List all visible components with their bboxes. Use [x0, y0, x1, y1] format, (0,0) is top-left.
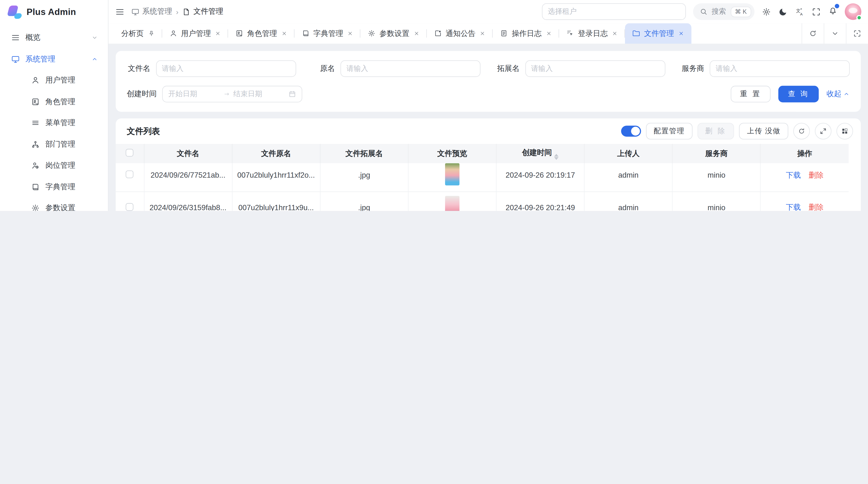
- breadcrumb-item[interactable]: 文件管理: [182, 7, 223, 17]
- preview-thumbnail[interactable]: [445, 196, 460, 211]
- tab-menu-icon[interactable]: [824, 23, 846, 44]
- extension-cell: .jpg: [320, 163, 408, 191]
- row-checkbox[interactable]: [126, 171, 133, 179]
- sidebar-item-概览[interactable]: 概览: [5, 28, 102, 48]
- sidebar-item-字典管理[interactable]: 字典管理: [5, 177, 102, 197]
- tab-label: 字典管理: [313, 28, 343, 38]
- date-range-input[interactable]: 开始日期 结束日期: [162, 86, 302, 102]
- notice-icon: [434, 29, 442, 37]
- content-fullscreen-icon[interactable]: [846, 23, 868, 44]
- dark-mode-icon[interactable]: [778, 7, 788, 17]
- delete-link[interactable]: 删除: [809, 202, 824, 211]
- delete-link[interactable]: 删除: [809, 170, 824, 180]
- toolbar-button-上传没做[interactable]: 上传 没做: [739, 123, 788, 139]
- toolbar-toggle[interactable]: [621, 126, 641, 137]
- close-icon[interactable]: [479, 30, 485, 36]
- query-button[interactable]: 查 询: [779, 86, 819, 102]
- column-header-创建时间[interactable]: 创建时间: [496, 144, 584, 163]
- column-header-文件原名[interactable]: 文件原名: [232, 144, 320, 163]
- reset-button[interactable]: 重 置: [731, 86, 771, 102]
- sidebar-item-部门管理[interactable]: 部门管理: [5, 134, 102, 154]
- hamburger-menu-icon[interactable]: [115, 7, 125, 17]
- logo-icon: [8, 5, 22, 19]
- tab-操作日志[interactable]: 操作日志: [493, 23, 559, 44]
- language-icon[interactable]: 文A: [795, 7, 804, 17]
- 拓展名-input[interactable]: 请输入: [525, 60, 665, 77]
- avatar[interactable]: [845, 3, 862, 20]
- sidebar-item-系统管理[interactable]: 系统管理: [5, 49, 102, 69]
- sidebar-item-参数设置[interactable]: 参数设置: [5, 198, 102, 211]
- close-icon[interactable]: [413, 30, 419, 36]
- tab-角色管理[interactable]: 角色管理: [228, 23, 294, 44]
- toolbar-button-删除[interactable]: 删 除: [697, 123, 734, 139]
- notifications-button[interactable]: [828, 5, 838, 18]
- 服务商-input[interactable]: 请输入: [710, 60, 850, 77]
- tab-通知公告[interactable]: 通知公告: [427, 23, 493, 44]
- table-wrap: 文件名文件原名文件拓展名文件预览创建时间上传人服务商操作 2024/09/26/…: [116, 144, 861, 211]
- column-header-上传人[interactable]: 上传人: [585, 144, 673, 163]
- select-all-checkbox[interactable]: [126, 149, 133, 157]
- 原名-input[interactable]: 请输入: [340, 60, 480, 77]
- fullscreen-icon[interactable]: [812, 7, 821, 17]
- settings-icon[interactable]: [762, 7, 771, 17]
- toolbar-button-配置管理[interactable]: 配置管理: [646, 123, 692, 139]
- column-settings-button[interactable]: [836, 123, 853, 139]
- collapse-filter-link[interactable]: 收起: [827, 89, 850, 99]
- tab-分析页[interactable]: 分析页: [114, 23, 162, 44]
- sort-icon[interactable]: [554, 154, 558, 160]
- breadcrumb-item[interactable]: 系统管理: [131, 7, 172, 17]
- expand-table-button[interactable]: [815, 123, 832, 139]
- created-time-cell: 2024-09-26 20:21:49: [496, 191, 584, 211]
- column-header-文件名[interactable]: 文件名: [144, 144, 232, 163]
- download-link[interactable]: 下载: [786, 170, 801, 180]
- column-header-文件拓展名[interactable]: 文件拓展名: [320, 144, 408, 163]
- column-header-文件预览[interactable]: 文件预览: [408, 144, 496, 163]
- filter-fields: 文件名请输入原名请输入拓展名请输入服务商请输入: [127, 60, 850, 77]
- column-header-服务商[interactable]: 服务商: [673, 144, 761, 163]
- sidebar-item-菜单管理[interactable]: 菜单管理: [5, 113, 102, 133]
- tab-label: 用户管理: [181, 28, 211, 38]
- select-all-cell: [116, 144, 144, 163]
- end-date-placeholder: 结束日期: [234, 89, 285, 99]
- table-body: 2024/09/26/77521ab...007u2bluly1hrr11xf2…: [116, 163, 861, 211]
- sidebar-item-角色管理[interactable]: 角色管理: [5, 92, 102, 111]
- filter-panel: 文件名请输入原名请输入拓展名请输入服务商请输入 创建时间 开始日期 结束日期 重…: [116, 51, 861, 112]
- close-icon[interactable]: [678, 30, 684, 36]
- tab-文件管理[interactable]: 文件管理: [625, 23, 691, 44]
- 文件名-input[interactable]: 请输入: [156, 60, 296, 77]
- sidebar-item-label: 部门管理: [45, 139, 98, 149]
- close-icon[interactable]: [612, 30, 618, 36]
- tab-登录日志[interactable]: 登录日志: [559, 23, 625, 44]
- filter-row-2: 创建时间 开始日期 结束日期 重 置 查 询 收起: [127, 86, 850, 102]
- refresh-table-button[interactable]: [793, 123, 810, 139]
- main-area: 系统管理›文件管理 选择租户 搜索 ⌘ K 文A: [108, 0, 868, 211]
- refresh-tab-icon[interactable]: [802, 23, 824, 44]
- pin-icon[interactable]: [148, 30, 155, 37]
- column-header-操作[interactable]: 操作: [761, 144, 849, 163]
- preview-thumbnail[interactable]: [445, 163, 460, 186]
- global-search[interactable]: 搜索 ⌘ K: [693, 3, 755, 20]
- notification-badge: [835, 4, 839, 8]
- sidebar-item-岗位管理[interactable]: 岗位管理: [5, 156, 102, 175]
- tab-用户管理[interactable]: 用户管理: [162, 23, 228, 44]
- close-icon[interactable]: [347, 30, 353, 36]
- idcard-icon: [235, 29, 243, 37]
- close-icon[interactable]: [546, 30, 552, 36]
- close-icon[interactable]: [215, 30, 221, 36]
- download-link[interactable]: 下载: [786, 202, 801, 211]
- logo: Plus Admin: [0, 0, 108, 24]
- table-row: 2024/09/26/3159fab8...007u2bluly1hrr11x9…: [116, 191, 849, 211]
- sidebar-item-label: 角色管理: [45, 97, 98, 106]
- sidebar: Plus Admin 概览系统管理用户管理角色管理菜单管理部门管理岗位管理字典管…: [0, 0, 108, 211]
- tenant-select[interactable]: 选择租户: [542, 3, 686, 20]
- org-icon: [31, 140, 40, 149]
- tab-label: 操作日志: [512, 28, 542, 38]
- field-label: 服务商: [682, 64, 704, 73]
- created-time-cell: 2024-09-26 20:19:17: [496, 163, 584, 191]
- sidebar-item-用户管理[interactable]: 用户管理: [5, 70, 102, 90]
- tab-字典管理[interactable]: 字典管理: [294, 23, 360, 44]
- row-checkbox[interactable]: [126, 203, 133, 211]
- filter-field-拓展名: 拓展名请输入: [496, 60, 665, 77]
- close-icon[interactable]: [281, 30, 287, 36]
- tab-参数设置[interactable]: 参数设置: [361, 23, 427, 44]
